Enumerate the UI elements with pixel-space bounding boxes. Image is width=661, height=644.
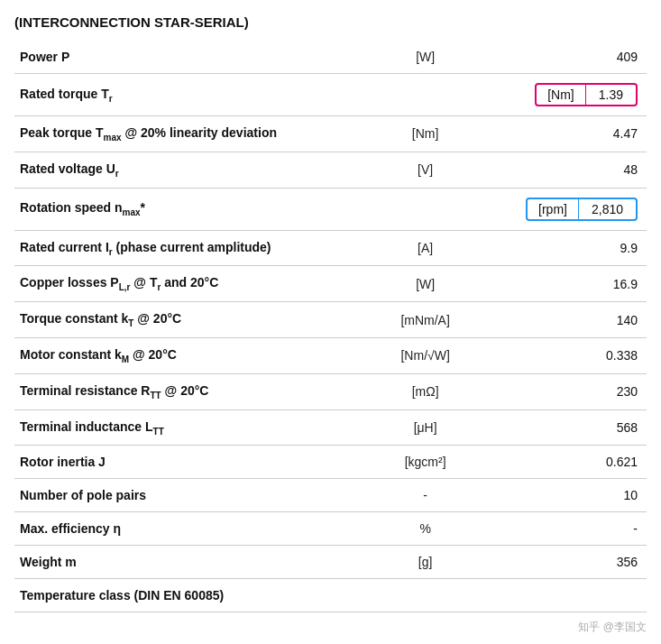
row-unit: [rpm]: [528, 199, 579, 219]
row-value: 10: [489, 479, 647, 512]
row-unit: [W]: [363, 266, 489, 302]
row-unit: [363, 579, 489, 612]
row-unit: [W]: [363, 41, 489, 74]
row-name: Peak torque Tmax @ 20% linearity deviati…: [14, 116, 363, 152]
table-row: Copper losses PL,r @ Tr and 20°C[W]16.9: [14, 266, 647, 302]
row-value: 356: [489, 546, 647, 579]
table-row: Weight m[g]356: [14, 546, 647, 579]
row-unit-value: [Nm]1.39: [363, 74, 647, 116]
table-row: Max. efficiency η%-: [14, 512, 647, 546]
row-name: Terminal resistance RTT @ 20°C: [14, 373, 363, 409]
row-unit: [V]: [363, 152, 489, 188]
table-row: Peak torque Tmax @ 20% linearity deviati…: [14, 116, 647, 152]
table-row: Rated torque Tr[Nm]1.39: [14, 74, 647, 116]
row-unit: [A]: [363, 230, 489, 266]
row-value: -: [489, 512, 647, 546]
table-row: Temperature class (DIN EN 60085): [14, 579, 647, 612]
data-table: Power P[W]409Rated torque Tr[Nm]1.39Peak…: [14, 41, 647, 612]
row-name: Rated torque Tr: [14, 74, 363, 116]
row-unit: [Nm]: [363, 116, 489, 152]
row-unit: [Nm]: [537, 85, 586, 105]
row-value: 48: [489, 152, 647, 188]
row-name: Rotor inertia J: [14, 446, 363, 479]
watermark: 知乎 @李国文: [14, 620, 647, 635]
table-row: Number of pole pairs-10: [14, 479, 647, 512]
row-name: Weight m: [14, 546, 363, 579]
row-value: 409: [489, 41, 647, 74]
table-row: Motor constant kM @ 20°C[Nm/√W]0.338: [14, 337, 647, 373]
row-name: Rated voltage Ur: [14, 152, 363, 188]
table-row: Terminal resistance RTT @ 20°C[mΩ]230: [14, 373, 647, 409]
row-name: Terminal inductance LTT: [14, 409, 363, 446]
row-name: Rotation speed nmax*: [14, 188, 363, 230]
row-name: Torque constant kT @ 20°C: [14, 302, 363, 338]
row-unit: [g]: [363, 546, 489, 579]
table-row: Terminal inductance LTT[μH]568: [14, 409, 647, 446]
row-name: Number of pole pairs: [14, 479, 363, 512]
row-unit-value: [rpm]2,810: [363, 188, 647, 230]
row-value: 0.338: [489, 337, 647, 373]
table-row: Rated voltage Ur[V]48: [14, 152, 647, 188]
row-value: 1.39: [586, 85, 636, 105]
row-value: 9.9: [489, 230, 647, 266]
row-value: 568: [489, 409, 647, 446]
row-value: 140: [489, 302, 647, 338]
table-row: Rated current Ir (phase current amplitud…: [14, 230, 647, 266]
row-name: Max. efficiency η: [14, 512, 363, 546]
row-unit: [μH]: [363, 409, 489, 446]
row-unit: [mΩ]: [363, 373, 489, 409]
row-value: 16.9: [489, 266, 647, 302]
table-row: Rotation speed nmax*[rpm]2,810: [14, 188, 647, 230]
row-unit: [kgcm²]: [363, 446, 489, 479]
row-value: 2,810: [579, 199, 636, 219]
table-row: Power P[W]409: [14, 41, 647, 74]
table-row: Torque constant kT @ 20°C[mNm/A]140: [14, 302, 647, 338]
table-row: Rotor inertia J[kgcm²]0.621: [14, 446, 647, 479]
row-name: Copper losses PL,r @ Tr and 20°C: [14, 266, 363, 302]
title: (INTERCONNECTION STAR-SERIAL): [14, 14, 647, 30]
row-value: 4.47: [489, 116, 647, 152]
row-value: 0.621: [489, 446, 647, 479]
row-name: Power P: [14, 41, 363, 74]
row-unit: -: [363, 479, 489, 512]
row-value: 230: [489, 373, 647, 409]
row-name: Rated current Ir (phase current amplitud…: [14, 230, 363, 266]
row-unit: %: [363, 512, 489, 546]
row-name: Temperature class (DIN EN 60085): [14, 579, 363, 612]
row-name: Motor constant kM @ 20°C: [14, 337, 363, 373]
row-value: [489, 579, 647, 612]
row-unit: [Nm/√W]: [363, 337, 489, 373]
row-unit: [mNm/A]: [363, 302, 489, 338]
